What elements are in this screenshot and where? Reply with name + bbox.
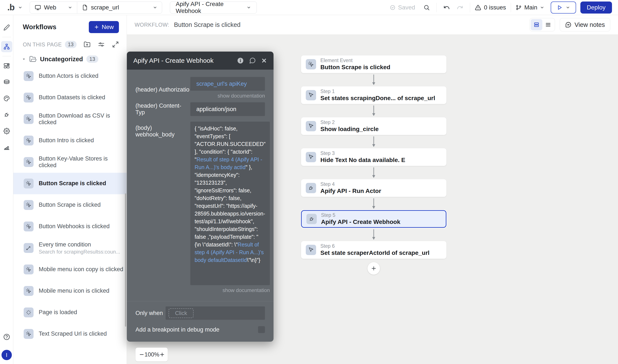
filter-button[interactable]: [98, 41, 105, 48]
settings-tab[interactable]: [1, 126, 12, 137]
modal-header[interactable]: Apify API - Create Webhook: [127, 52, 273, 70]
styles-tab[interactable]: [1, 93, 12, 104]
expand-button[interactable]: [112, 41, 119, 48]
content-type-field-input[interactable]: application/json: [190, 102, 265, 116]
step-title: Apify API - Create Webhook: [321, 218, 400, 226]
step-card-event[interactable]: Element EventButton Scrape is clicked: [301, 55, 446, 73]
page-dropdown[interactable]: scrape_url: [77, 2, 162, 13]
list-item[interactable]: Mobile menu icon is clicked: [13, 280, 127, 302]
list-item[interactable]: Button Download as CSV is clicked: [13, 108, 127, 130]
breakpoint-checkbox[interactable]: [258, 326, 265, 333]
new-workflow-label: New: [102, 24, 114, 30]
logo-chevron-down-icon[interactable]: [18, 5, 22, 10]
step-flow: Element EventButton Scrape is clicked St…: [301, 55, 446, 275]
cursor-click-icon: [24, 157, 34, 167]
comment-button[interactable]: [249, 57, 256, 64]
json-text: " }, "idempotencyKey": "123123123", "ign…: [195, 164, 265, 247]
issues-indicator[interactable]: 0 issues: [475, 4, 506, 11]
list-item[interactable]: Button Datasets is clicked: [13, 87, 127, 108]
platform-page-dropdown-group: Web scrape_url: [30, 1, 162, 13]
auth-field-input[interactable]: scrape_url's apiKey: [190, 77, 265, 91]
list-view-button[interactable]: [542, 19, 554, 30]
close-button[interactable]: [261, 58, 267, 64]
workflow-tab[interactable]: [1, 41, 12, 52]
branch-selector[interactable]: Main: [516, 4, 544, 11]
step-card-1[interactable]: Step 1Set states scrapingDone... of scra…: [301, 86, 446, 104]
step-title: Hide Text No data available. E: [320, 156, 405, 164]
show-documentation-link[interactable]: show documentation: [190, 287, 270, 293]
modal-title: Apify API - Create Webhook: [133, 57, 237, 64]
preview-button[interactable]: [551, 1, 576, 13]
new-workflow-button[interactable]: New: [89, 21, 119, 33]
only-when-input[interactable]: Click: [166, 306, 265, 320]
list-item-label: Button Scrape is clicked: [39, 202, 101, 208]
chevron-down-icon: [247, 5, 251, 10]
folder-open-icon: [29, 55, 37, 63]
list-item[interactable]: Every time conditionSearch for scrapingR…: [13, 237, 127, 259]
view-notes-button[interactable]: View notes: [560, 18, 610, 31]
step-title: Apify API - Run Actor: [320, 187, 381, 195]
workflow-board[interactable]: Element EventButton Scrape is clicked St…: [127, 34, 618, 364]
json-text: \"\n}"}: [247, 257, 260, 263]
add-folder-button[interactable]: [84, 41, 91, 48]
avatar[interactable]: I: [1, 350, 12, 360]
arrow-down-icon: [372, 105, 376, 117]
list-view-icon: [545, 22, 551, 28]
webhook-body-input[interactable]: { "isAdHoc": false, "eventTypes": [ "ACT…: [190, 122, 270, 285]
body-field-label: (body) webhook_body: [135, 125, 190, 297]
bubble-logo[interactable]: .b: [7, 3, 15, 12]
logs-tab[interactable]: [1, 142, 12, 153]
workflow-selector-dropdown[interactable]: Apify API - Create Webhook: [170, 1, 257, 13]
zoom-widget: 100%: [135, 348, 168, 361]
branch-label: Main: [524, 4, 537, 11]
plugins-tab[interactable]: [1, 109, 12, 120]
step-card-4[interactable]: Step 4Apify API - Run Actor: [301, 179, 446, 197]
list-item-label: Button Download as CSV is clicked: [39, 112, 127, 126]
scrollbar-thumb[interactable]: [125, 193, 126, 327]
undo-button[interactable]: [442, 2, 452, 13]
list-item[interactable]: Mobile menu icon copy is clicked: [13, 259, 127, 280]
design-tab[interactable]: [1, 22, 12, 33]
zoom-in-button[interactable]: [159, 351, 165, 358]
cursor-click-icon: [24, 136, 34, 145]
platform-dropdown[interactable]: Web: [30, 2, 77, 13]
list-item[interactable]: Button Scrape is clicked: [13, 194, 127, 216]
add-step-button[interactable]: [367, 262, 380, 275]
list-item[interactable]: Page is loaded: [13, 302, 127, 323]
step-card-2[interactable]: Step 2Show loading_circle: [301, 117, 446, 135]
step-card-3[interactable]: Step 3Hide Text No data available. E: [301, 148, 446, 166]
plug-icon: [306, 214, 317, 224]
help-button[interactable]: [1, 331, 12, 342]
search-button[interactable]: [421, 2, 432, 13]
cursor-icon: [306, 152, 316, 162]
list-item-label: Button Key-Value Stores is clicked: [39, 155, 127, 169]
saved-indicator: Saved: [390, 4, 415, 11]
list-item[interactable]: Button Intro is clicked: [13, 130, 127, 151]
list-item[interactable]: Button Actors is clicked: [13, 65, 127, 87]
folder-uncategorized[interactable]: Uncategorized 13: [13, 52, 127, 65]
plug-icon: [2, 110, 11, 119]
step-title: Set states scrapingDone... of scrape_url: [320, 94, 435, 102]
show-documentation-link[interactable]: show documentation: [190, 93, 265, 99]
only-when-label: Only when: [135, 310, 166, 316]
list-item[interactable]: Button Key-Value Stores is clicked: [13, 151, 127, 173]
info-button[interactable]: [237, 57, 244, 64]
components-tab[interactable]: [1, 60, 12, 71]
redo-button[interactable]: [455, 2, 465, 13]
card-view-button[interactable]: [531, 19, 542, 30]
zoom-out-button[interactable]: [139, 351, 145, 358]
cursor-icon: [306, 245, 316, 255]
connector: [372, 197, 376, 210]
list-item[interactable]: Text Scraped Url is clicked: [13, 323, 127, 345]
click-placeholder[interactable]: Click: [169, 308, 194, 318]
step-card-6[interactable]: Step 6Set state scraperActorId of scrape…: [301, 241, 446, 259]
warning-triangle-icon: [475, 4, 481, 11]
step-card-5-selected[interactable]: Step 5Apify API - Create Webhook: [301, 210, 446, 228]
list-item[interactable]: Button Webhooks is clicked: [13, 216, 127, 237]
list-item-selected[interactable]: Button Scrape is clicked: [13, 173, 127, 194]
deploy-button[interactable]: Deploy: [580, 1, 612, 13]
data-tab[interactable]: [1, 77, 12, 88]
step-kind: Step 1: [320, 89, 435, 94]
top-bar-right: Saved 0 issues Main: [390, 1, 612, 13]
workflow-title: Button Scrape is clicked: [174, 21, 241, 28]
